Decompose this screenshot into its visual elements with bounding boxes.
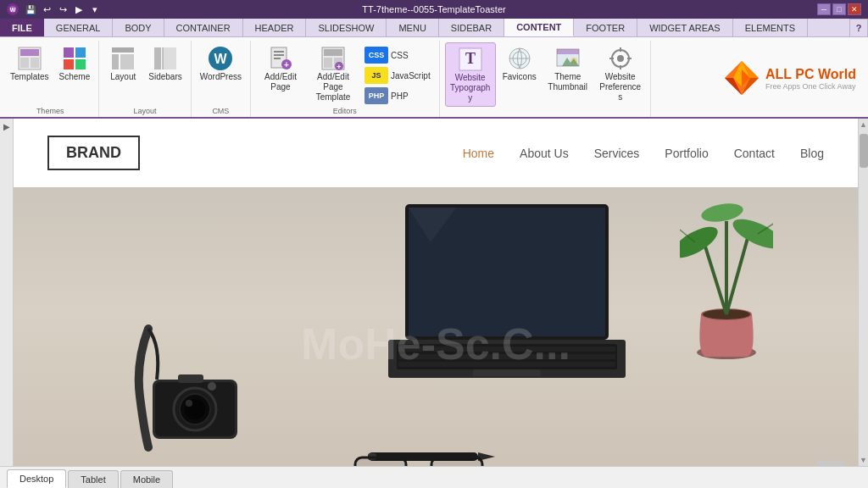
templates-button[interactable]: Templates [7, 42, 53, 85]
ribbon-group-typography: T Website Typography Favicons Theme Thum… [440, 41, 651, 117]
theme-thumbnail-label: Theme Thumbnail [547, 72, 589, 92]
nav-portfolio[interactable]: Portfolio [665, 147, 708, 160]
tab-menu[interactable]: MENU [387, 19, 438, 36]
tab-file[interactable]: FILE [0, 19, 44, 36]
javascript-label: JavaScript [391, 71, 431, 80]
scrollbar-thumb[interactable] [860, 134, 868, 168]
svg-rect-77 [432, 458, 481, 466]
preferences-icon [607, 45, 634, 72]
ribbon-group-layout: Layout Sidebars Layout [99, 41, 191, 117]
qa-save[interactable]: 💾 [24, 3, 37, 16]
typography-label: Website Typography [449, 73, 492, 103]
tab-sidebar[interactable]: SIDEBAR [439, 19, 504, 36]
cms-items: W WordPress [197, 42, 245, 85]
logo-container: ALL PC World Free Apps One Click Away [723, 59, 856, 99]
add-edit-page-label: Add/Edit Page [259, 72, 302, 92]
logo-tagline: Free Apps One Click Away [765, 82, 856, 91]
ribbon: Templates Scheme Themes Layout [0, 37, 868, 119]
scheme-button[interactable]: Scheme [56, 42, 94, 85]
svg-point-85 [729, 214, 773, 255]
preview-nav: BRAND Home About Us Services Portfolio C… [14, 119, 858, 187]
themes-items: Templates Scheme [7, 42, 93, 85]
php-icon: PHP [364, 87, 388, 104]
theme-thumbnail-button[interactable]: Theme Thumbnail [543, 42, 593, 95]
scroll-up-button[interactable] [817, 460, 844, 466]
wordpress-label: WordPress [200, 72, 242, 82]
typography-icon: T [457, 46, 484, 73]
css-button[interactable]: CSS CSS [361, 46, 434, 64]
add-edit-template-button[interactable]: + Add/Edit Page Template [309, 42, 358, 105]
typography-items: T Website Typography Favicons Theme Thum… [445, 42, 645, 107]
logo-brand: ALL PC World [765, 67, 856, 82]
ribbon-group-editors: + Add/Edit Page + Add/Edit Page Template… [251, 41, 440, 117]
tab-slideshow[interactable]: SLIDESHOW [306, 19, 387, 36]
qa-redo[interactable]: ↪ [56, 3, 70, 16]
qa-undo[interactable]: ↩ [40, 3, 53, 16]
scheme-label: Scheme [59, 72, 91, 82]
php-button[interactable]: PHP PHP [361, 86, 434, 105]
tab-desktop[interactable]: Desktop [7, 469, 66, 488]
scroll-down-arrow[interactable]: ▼ [858, 454, 868, 466]
tab-elements[interactable]: ELEMENTS [733, 19, 808, 36]
favicons-button[interactable]: Favicons [499, 42, 540, 85]
css-icon: CSS [364, 47, 388, 64]
tab-body[interactable]: BODY [113, 19, 164, 36]
close-button[interactable]: ✕ [848, 3, 861, 15]
svg-rect-20 [274, 54, 284, 56]
tab-widget-areas[interactable]: WIDGET AREAS [637, 19, 733, 36]
layout-button[interactable]: Layout [104, 42, 142, 85]
svg-point-66 [186, 400, 192, 407]
thumbnail-icon [554, 45, 581, 72]
website-preferences-button[interactable]: Website Preferences [596, 42, 645, 105]
nav-home[interactable]: Home [463, 147, 494, 160]
svg-rect-3 [20, 49, 39, 56]
svg-rect-56 [398, 347, 615, 352]
ribbon-tabs: FILE GENERAL BODY CONTAINER HEADER SLIDE… [0, 19, 868, 37]
javascript-button[interactable]: JS JavaScript [361, 66, 434, 85]
vertical-scrollbar[interactable]: ▲ ▼ [858, 119, 868, 466]
php-label: PHP [391, 92, 409, 101]
sidebars-label: Sidebars [148, 72, 181, 82]
minimize-button[interactable]: ─ [817, 3, 831, 15]
tab-tablet[interactable]: Tablet [68, 470, 118, 488]
nav-services[interactable]: Services [594, 147, 640, 160]
add-edit-page-button[interactable]: + Add/Edit Page [256, 42, 305, 95]
svg-rect-76 [356, 458, 405, 466]
tab-mobile[interactable]: Mobile [120, 470, 173, 488]
website-typography-button[interactable]: T Website Typography [445, 42, 496, 107]
help-button[interactable]: ? [849, 19, 868, 37]
wordpress-button[interactable]: W WordPress [197, 42, 245, 85]
nav-about[interactable]: About Us [520, 147, 569, 160]
tab-header[interactable]: HEADER [243, 19, 307, 36]
plant [680, 196, 773, 385]
nav-links: Home About Us Services Portfolio Contact… [463, 147, 824, 160]
tab-content[interactable]: CONTENT [504, 19, 574, 36]
nav-contact[interactable]: Contact [734, 147, 775, 160]
svg-rect-11 [112, 54, 119, 69]
qa-run[interactable]: ▶ [72, 3, 86, 16]
app-icon: W [7, 3, 19, 15]
themes-group-label: Themes [36, 105, 64, 115]
maximize-button[interactable]: □ [832, 3, 846, 15]
svg-rect-8 [64, 59, 74, 69]
svg-rect-21 [274, 58, 281, 59]
logo-diamond [723, 59, 760, 99]
wordpress-icon: W [207, 45, 234, 72]
layout-group-label: Layout [133, 105, 156, 115]
svg-rect-4 [20, 58, 29, 68]
sidebars-button[interactable]: Sidebars [145, 42, 185, 85]
qa-more[interactable]: ▾ [88, 3, 102, 16]
scroll-up-arrow[interactable]: ▲ [858, 119, 868, 130]
svg-point-40 [617, 55, 624, 62]
tab-container[interactable]: CONTAINER [164, 19, 243, 36]
svg-text:T: T [465, 50, 476, 67]
small-editors: CSS CSS JS JavaScript PHP P [361, 46, 434, 105]
ribbon-group-themes: Templates Scheme Themes [2, 41, 99, 117]
nav-blog[interactable]: Blog [800, 147, 824, 160]
tab-footer[interactable]: FOOTER [574, 19, 637, 36]
css-label: CSS [391, 51, 409, 60]
bottom-tabs: Desktop Tablet Mobile [0, 466, 868, 488]
svg-rect-19 [274, 51, 284, 53]
editors-group-label: Editors [333, 105, 357, 115]
tab-general[interactable]: GENERAL [44, 19, 114, 36]
